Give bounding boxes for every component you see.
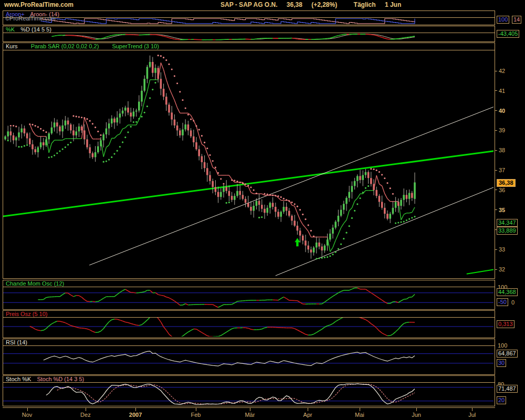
panel-stochastic-top: %K %D (14 5 5) — [3, 26, 495, 42]
timeframe: Täglich — [354, 1, 376, 8]
channel-white-upper[interactable] — [89, 104, 494, 265]
price-axis-tick — [495, 190, 497, 190]
panel-kurs-label: Kurs Parab SAR (0,02 0,02 0,2) SuperTren… — [3, 43, 495, 50]
aroon-plot[interactable] — [3, 18, 494, 24]
kurs-plot[interactable] — [3, 50, 494, 278]
channel-white-lower[interactable] — [276, 185, 494, 276]
price-axis-tick — [495, 110, 497, 111]
price-axis-label: 38 — [499, 147, 505, 153]
chande-plot[interactable] — [3, 287, 494, 309]
panel-preis-osz-label: Preis Osz (5 10) — [3, 311, 495, 318]
percent-k-label[interactable]: %K — [6, 26, 15, 33]
xaxis-month-tick — [135, 408, 136, 411]
xaxis-month-label: Apr — [303, 412, 312, 418]
chart-title: SAP - SAP AG O.N. 36,38 (+2,28%) Täglich… — [220, 1, 408, 8]
xaxis-month-tick — [308, 408, 308, 411]
panel-rsi-label: RSI (14) — [3, 339, 495, 346]
panel-chande: Chande Mom Osc (12) — [3, 280, 495, 310]
xaxis-month-tick — [250, 408, 250, 411]
xaxis-month-tick — [472, 408, 472, 411]
price-axis-label: 42 — [499, 68, 505, 74]
price-axis-tick — [495, 249, 497, 250]
percent-d-label[interactable]: %D (14 5 5) — [20, 26, 51, 33]
price-axis-tick — [495, 209, 497, 210]
panel-stochastic-bottom: Stoch %K Stoch %D (14 3 5) — [3, 375, 495, 406]
price-axis-label: 37 — [499, 167, 505, 173]
xaxis-month-label: Mär — [245, 412, 255, 418]
stoch-20-box: 20 — [497, 396, 506, 404]
panel-preis-osz: Preis Osz (5 10) — [3, 310, 495, 338]
xaxis-month-tick — [360, 408, 360, 411]
rsi-30-box: 30 — [497, 359, 506, 367]
last-date: 1 Jun — [385, 1, 401, 8]
price-axis-label: 41 — [499, 88, 505, 94]
panel-rsi: RSI (14) — [3, 339, 495, 375]
xaxis-month-tick — [416, 408, 417, 411]
chande-label[interactable]: Chande Mom Osc (12) — [6, 280, 64, 287]
rsi-100-label: 100 — [498, 342, 507, 349]
price-axis-label: 33 — [499, 246, 505, 253]
chande-value-box: 44,368 — [497, 288, 518, 296]
xaxis-baseline — [3, 407, 495, 408]
stochastic-top-plot[interactable] — [3, 33, 494, 41]
xaxis-month-tick — [196, 408, 196, 411]
support-green-short[interactable] — [467, 269, 494, 274]
preis-osz-plot[interactable] — [3, 318, 494, 337]
chande-zero-label: 0 — [511, 299, 514, 306]
stoch-top-value-box: -43,405 — [497, 30, 519, 38]
xaxis-month-label: 2007 — [129, 412, 142, 418]
price-axis-tick — [495, 130, 497, 131]
price-axis-tick — [495, 170, 497, 171]
preis-osz-label[interactable]: Preis Osz (5 10) — [6, 311, 47, 317]
last-price-box: 36,38 — [497, 179, 516, 187]
parab-sar-value-box: 33,889 — [497, 227, 518, 235]
prorealtime-workspace: www.ProRealTime.com SAP - SAP AG O.N. 36… — [0, 0, 525, 420]
stochastic-bottom-plot[interactable] — [3, 383, 494, 405]
preis-osz-value-box: 0,313 — [497, 320, 514, 328]
price-axis-tick — [495, 269, 497, 270]
watermark: ©ProRealTime.com — [5, 15, 56, 22]
xaxis-month-label: Nov — [22, 412, 33, 418]
brand-link[interactable]: www.ProRealTime.com — [4, 1, 74, 8]
panel-aroon-label: Aroon+ Aroon- (14) — [3, 11, 495, 18]
panel-stochastic-top-label: %K %D (14 5 5) — [3, 26, 495, 33]
rsi-label[interactable]: RSI (14) — [6, 339, 27, 345]
aroon-up-value-box: 100 — [497, 16, 509, 24]
supertrend-label[interactable]: SuperTrend (3 10) — [112, 43, 159, 49]
last-price: 36,38 (+2,28%) — [287, 1, 344, 8]
parab-sar-label[interactable]: Parab SAR (0,02 0,02 0,2) — [31, 43, 99, 49]
supertrend-value-box: 34,347 — [497, 219, 518, 227]
buy-signal-arrow-icon — [295, 238, 300, 246]
xaxis-month-tick — [27, 408, 28, 411]
price-axis-label: 40 — [499, 108, 505, 114]
xaxis-month-label: Feb — [191, 412, 201, 418]
price-axis-tick — [495, 150, 497, 151]
kurs-label[interactable]: Kurs — [6, 43, 18, 49]
panel-stochastic-bottom-label: Stoch %K Stoch %D (14 3 5) — [3, 376, 495, 383]
xaxis-month-tick — [86, 408, 86, 411]
stoch-value-box: 71,487 — [497, 385, 518, 393]
xaxis-month-label: Dez — [80, 412, 91, 418]
xaxis-month-label: Jul — [468, 412, 476, 418]
price-axis-label: 32 — [499, 266, 505, 272]
xaxis-month-label: Jun — [412, 412, 421, 418]
price-axis-label: 36 — [499, 187, 505, 193]
xaxis-month-label: Mai — [355, 412, 364, 418]
price-axis-label: 35 — [499, 207, 505, 213]
chande-minus50-box: -50 — [497, 298, 508, 306]
price-axis-label: 39 — [499, 127, 505, 133]
stoch-k-label[interactable]: Stoch %K — [6, 376, 31, 382]
aroon-down-value-box: 14 — [512, 16, 521, 24]
price-axis-tick — [495, 90, 497, 91]
rsi-value-box: 64,867 — [497, 350, 518, 358]
panel-chande-label: Chande Mom Osc (12) — [3, 280, 495, 287]
rsi-plot[interactable] — [3, 346, 494, 373]
panel-aroon: Aroon+ Aroon- (14) — [3, 10, 495, 25]
stoch-d-label[interactable]: Stoch %D (14 3 5) — [37, 376, 84, 382]
price-axis-tick — [495, 71, 497, 71]
panel-kurs: Kurs Parab SAR (0,02 0,02 0,2) SuperTren… — [3, 43, 495, 279]
symbol-name: SAP - SAP AG O.N. — [220, 1, 277, 8]
